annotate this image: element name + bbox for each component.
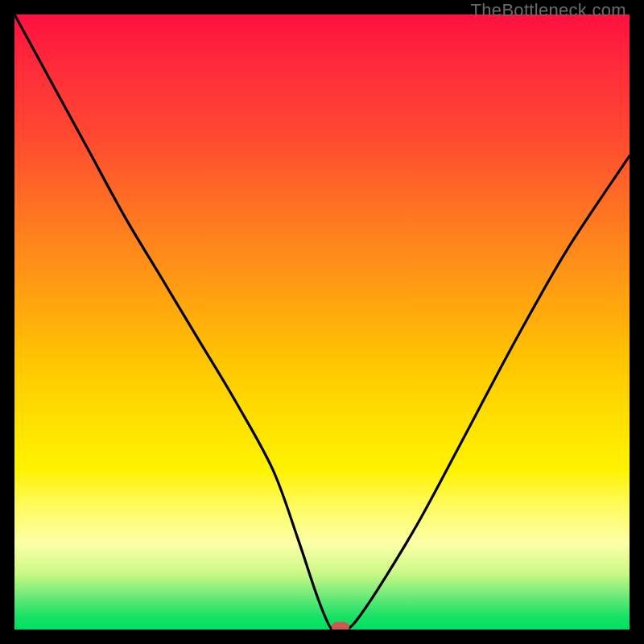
optimal-point-marker xyxy=(332,622,349,630)
attribution-label: TheBottleneck.com xyxy=(471,0,626,21)
plot-area xyxy=(14,14,630,630)
bottleneck-curve xyxy=(14,14,630,630)
chart-frame: TheBottleneck.com xyxy=(0,0,644,644)
